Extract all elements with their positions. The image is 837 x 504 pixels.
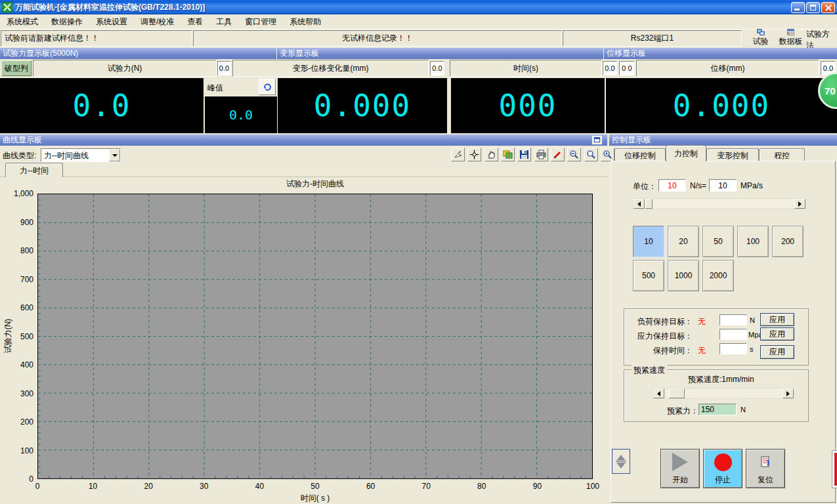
hold-time-input[interactable] — [719, 343, 747, 354]
toolbar-databoard-button[interactable]: 数据板 — [776, 29, 805, 47]
chart-toolbar — [451, 148, 632, 161]
minimize-button[interactable] — [791, 2, 805, 13]
control-panel-header: 控制显示板 — [609, 135, 837, 146]
crosshair-icon[interactable] — [467, 148, 481, 161]
title-bar: 万能试验机-[金属材料室温拉伸试验(GB/T228.1-2010)] — [0, 0, 837, 14]
pretension-force-input[interactable] — [698, 404, 737, 415]
application-window: 万能试验机-[金属材料室温拉伸试验(GB/T228.1-2010)] 系统模式 … — [0, 0, 837, 504]
jog-up-down-button[interactable] — [612, 449, 630, 474]
menu-bar: 系统模式 数据操作 系统设置 调整/校准 查看 工具 窗口管理 系统帮助 — [0, 14, 837, 30]
pretension-force-unit: N — [740, 406, 746, 413]
speed-button-2000[interactable]: 2000 — [702, 260, 734, 291]
restore-button[interactable] — [806, 2, 820, 13]
scrollbar-thumb[interactable] — [669, 388, 685, 398]
zoom-out-icon[interactable] — [567, 148, 581, 161]
hold-time-apply-button[interactable]: 应用 — [760, 345, 794, 359]
stop-button[interactable]: 停止 — [703, 449, 742, 488]
pretension-group-title: 预紧速度 — [632, 365, 667, 376]
speed-button-500[interactable]: 500 — [633, 260, 664, 291]
chart-plot-area — [37, 194, 593, 479]
load-hold-input[interactable] — [719, 314, 747, 326]
curve-type-value: 力--时间曲线 — [44, 150, 89, 161]
unit-equals-label: N/s= — [690, 181, 706, 190]
menu-system-help[interactable]: 系统帮助 — [283, 14, 328, 29]
scroll-left-button[interactable] — [633, 199, 645, 209]
deform-display: 0.000 — [278, 78, 447, 133]
x-tick-label: 40 — [246, 482, 272, 491]
speed-button-10[interactable]: 10 — [633, 226, 664, 257]
force-label: 试验力(N) — [33, 60, 217, 77]
scroll-right-button[interactable] — [794, 199, 805, 209]
refresh-icon — [263, 83, 272, 91]
start-button[interactable]: 开始 — [660, 449, 700, 488]
toolbar-databoard-label: 数据板 — [779, 36, 803, 47]
speed-button-grid: 10 20 50 100 200 500 1000 2000 — [633, 226, 807, 291]
stress-hold-apply-button[interactable]: 应用 — [760, 327, 794, 341]
status-message-center: 无试样信息记录！！ — [193, 30, 562, 47]
tab-displacement-control[interactable]: 位移控制 — [614, 148, 666, 161]
curve-type-dropdown[interactable]: 力--时间曲线 — [41, 148, 121, 162]
reset-button[interactable]: 复位 — [746, 449, 785, 488]
save-icon[interactable] — [517, 148, 531, 161]
test-icon — [755, 29, 767, 36]
y-tick-label: 200 — [2, 417, 33, 427]
toolbar-method-button[interactable]: 试验方法 — [806, 29, 836, 47]
print-icon[interactable] — [534, 148, 548, 161]
x-tick-label: 30 — [191, 482, 217, 491]
menu-system-mode[interactable]: 系统模式 — [0, 14, 45, 29]
menu-view[interactable]: 查看 — [181, 14, 209, 29]
speed-button-20[interactable]: 20 — [668, 226, 699, 257]
load-hold-apply-button[interactable]: 应用 — [760, 313, 794, 326]
menu-data-ops[interactable]: 数据操作 — [45, 14, 89, 29]
tab-baseline — [0, 177, 607, 177]
speed-button-100[interactable]: 100 — [737, 226, 769, 257]
zoom-icon[interactable] — [584, 148, 598, 161]
force-display: 0.0 — [0, 78, 204, 133]
displacement-label: 位移(mm) — [636, 60, 819, 77]
scroll-left-button[interactable] — [653, 388, 664, 398]
x-tick-label: 70 — [413, 482, 439, 491]
x-tick-label: 0 — [24, 482, 51, 491]
menu-system-settings[interactable]: 系统设置 — [89, 14, 134, 29]
pen-icon[interactable] — [551, 148, 565, 161]
unit-n-input[interactable] — [658, 179, 686, 192]
dropdown-arrow-button[interactable] — [109, 149, 120, 161]
restore-icon — [810, 5, 816, 10]
displacement-panel-header: 位移显示板 — [604, 48, 837, 59]
arrow-right-icon — [786, 391, 792, 396]
scroll-right-button[interactable] — [783, 388, 794, 398]
y-tick-label: 400 — [2, 360, 33, 369]
pretension-scrollbar[interactable] — [653, 388, 793, 399]
chevron-down-icon — [112, 154, 118, 159]
peak-reset-button[interactable] — [259, 79, 276, 95]
databoard-icon — [785, 29, 796, 36]
scrollbar-thumb[interactable] — [645, 199, 653, 209]
speed-scrollbar[interactable] — [633, 198, 805, 209]
zoom-window-icon[interactable] — [601, 148, 614, 161]
panel-restore-icon[interactable] — [592, 136, 602, 144]
menu-window-manage[interactable]: 窗口管理 — [238, 14, 283, 29]
toolbar-test-button[interactable]: 试验 — [746, 29, 775, 47]
speed-button-200[interactable]: 200 — [772, 226, 804, 257]
curve-panel-title: 曲线显示板 — [3, 135, 42, 144]
y-tick-label: 900 — [2, 218, 33, 227]
x-tick-label: 100 — [580, 482, 606, 491]
unit-mpa-input[interactable] — [709, 179, 737, 192]
copy-image-icon[interactable] — [501, 148, 515, 161]
stress-hold-input[interactable] — [719, 329, 747, 340]
curve-tab-force-time[interactable]: 力--时间 — [5, 163, 63, 177]
tab-force-control[interactable]: 力控制 — [666, 145, 706, 161]
pan-hand-icon[interactable] — [484, 148, 498, 161]
break-detect-button[interactable]: 破型判断 — [1, 60, 32, 76]
menu-tools[interactable]: 工具 — [209, 14, 238, 29]
load-hold-flag: 无 — [698, 316, 706, 327]
stress-hold-label: 应力保持目标： — [627, 331, 693, 342]
speed-button-1000[interactable]: 1000 — [668, 260, 699, 291]
peak-label: 峰值 — [207, 83, 223, 94]
tab-program-control[interactable]: 程控 — [759, 148, 805, 161]
tab-deform-control[interactable]: 变形控制 — [706, 148, 759, 161]
cursor-icon[interactable] — [451, 148, 465, 161]
close-button[interactable] — [821, 2, 835, 13]
speed-button-50[interactable]: 50 — [702, 226, 734, 257]
menu-adjust-calibrate[interactable]: 调整/校准 — [134, 14, 181, 29]
